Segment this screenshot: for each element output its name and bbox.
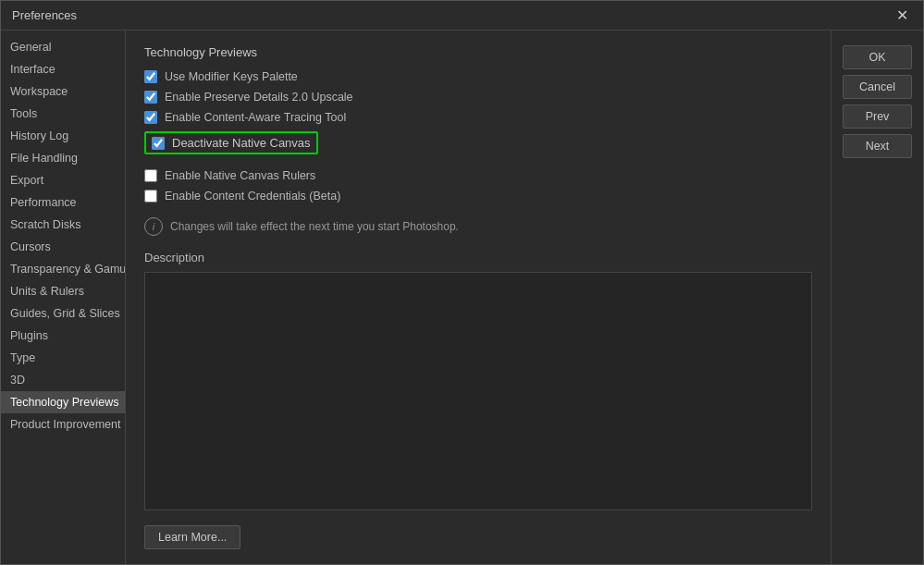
content-area: Technology Previews Use Modifier Keys Pa… (126, 31, 831, 564)
checkbox-preserve-details: Enable Preserve Details 2.0 Upscale (144, 91, 812, 104)
description-section: Description (144, 251, 812, 525)
checkbox-native-rulers: Enable Native Canvas Rulers (144, 169, 812, 182)
section-title: Technology Previews (144, 45, 812, 59)
checkbox-content-aware-label: Enable Content-Aware Tracing Tool (165, 111, 346, 124)
checkbox-content-aware-input[interactable] (144, 111, 157, 124)
cancel-button[interactable]: Cancel (843, 75, 912, 99)
sidebar-item-product-improvement[interactable]: Product Improvement (1, 413, 125, 436)
checkbox-native-rulers-input[interactable] (144, 169, 157, 182)
sidebar-item-tools[interactable]: Tools (1, 103, 125, 125)
title-bar: Preferences ✕ (1, 1, 923, 31)
info-message: Changes will take effect the next time y… (170, 220, 459, 233)
preferences-dialog: Preferences ✕ GeneralInterfaceWorkspaceT… (0, 0, 924, 565)
sidebar-item-scratch-disks[interactable]: Scratch Disks (1, 214, 125, 236)
highlighted-row-container: Deactivate Native Canvas (144, 131, 318, 154)
sidebar-item-history-log[interactable]: History Log (1, 125, 125, 147)
sidebar-item-general[interactable]: General (1, 36, 125, 58)
sidebar-item-plugins[interactable]: Plugins (1, 325, 125, 347)
checkbox-content-credentials-label: Enable Content Credentials (Beta) (165, 190, 340, 203)
sidebar-item-3d[interactable]: 3D (1, 369, 125, 391)
sidebar: GeneralInterfaceWorkspaceToolsHistory Lo… (1, 31, 126, 564)
sidebar-item-transparency-gamut[interactable]: Transparency & Gamut (1, 258, 125, 280)
checkbox-native-rulers-label: Enable Native Canvas Rulers (165, 169, 315, 182)
checkbox-deactivate-native-input[interactable] (152, 137, 165, 150)
sidebar-item-interface[interactable]: Interface (1, 58, 125, 80)
sidebar-item-file-handling[interactable]: File Handling (1, 147, 125, 169)
checkbox-use-modifier: Use Modifier Keys Palette (144, 70, 812, 83)
sidebar-item-export[interactable]: Export (1, 169, 125, 191)
next-button[interactable]: Next (843, 134, 912, 158)
prev-button[interactable]: Prev (843, 104, 912, 129)
checkbox-preserve-details-input[interactable] (144, 91, 157, 104)
bottom-bar: Learn More... (144, 525, 812, 549)
sidebar-item-workspace[interactable]: Workspace (1, 80, 125, 103)
sidebar-item-units-rulers[interactable]: Units & Rulers (1, 280, 125, 302)
ok-button[interactable]: OK (843, 45, 912, 69)
dialog-body: GeneralInterfaceWorkspaceToolsHistory Lo… (1, 31, 923, 564)
checkbox-use-modifier-label: Use Modifier Keys Palette (165, 70, 298, 83)
sidebar-item-performance[interactable]: Performance (1, 191, 125, 214)
learn-more-button[interactable]: Learn More... (144, 525, 240, 549)
description-box (144, 272, 812, 510)
checkbox-content-aware: Enable Content-Aware Tracing Tool (144, 111, 812, 124)
content-and-buttons: Technology Previews Use Modifier Keys Pa… (126, 31, 923, 564)
sidebar-item-cursors[interactable]: Cursors (1, 236, 125, 258)
checkbox-deactivate-native-label: Deactivate Native Canvas (172, 136, 311, 150)
checkbox-content-credentials: Enable Content Credentials (Beta) (144, 190, 812, 203)
sidebar-item-type[interactable]: Type (1, 347, 125, 369)
highlighted-checkbox-row: Deactivate Native Canvas (144, 131, 812, 162)
sidebar-item-technology-previews[interactable]: Technology Previews (1, 391, 125, 413)
info-row: i Changes will take effect the next time… (144, 217, 812, 236)
checkbox-use-modifier-input[interactable] (144, 70, 157, 83)
dialog-title: Preferences (12, 8, 77, 22)
close-button[interactable]: ✕ (893, 8, 912, 23)
checkbox-preserve-details-label: Enable Preserve Details 2.0 Upscale (165, 91, 353, 104)
sidebar-item-guides-grid[interactable]: Guides, Grid & Slices (1, 302, 125, 325)
right-buttons-panel: OK Cancel Prev Next (831, 31, 923, 564)
description-title: Description (144, 251, 812, 264)
checkbox-content-credentials-input[interactable] (144, 190, 157, 203)
info-icon: i (144, 217, 163, 236)
